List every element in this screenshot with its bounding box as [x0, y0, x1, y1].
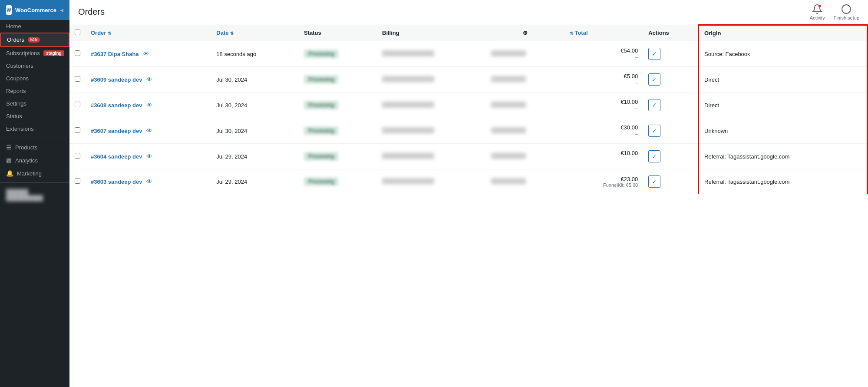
row-checkbox[interactable]	[75, 178, 80, 184]
billing-blur	[382, 178, 434, 184]
order-date-cell: Jul 30, 2024	[211, 118, 299, 144]
action-check-button[interactable]: ✓	[648, 73, 660, 86]
total-cell: €5.00 –	[564, 67, 643, 93]
products-label: Products	[15, 144, 37, 151]
total-dash: –	[635, 54, 638, 60]
eye-icon: 👁	[146, 127, 152, 134]
action-check-button[interactable]: ✓	[648, 99, 660, 111]
activity-label: Activity	[810, 15, 825, 20]
subscriptions-label: Subscriptions	[6, 50, 40, 56]
row-checkbox[interactable]	[75, 153, 80, 159]
sidebar-item-marketing[interactable]: 🔔 Marketing	[0, 167, 69, 180]
funnelkit-amount: FunnelKit: €5.00	[570, 182, 638, 188]
row-checkbox[interactable]	[75, 102, 80, 107]
total-amount: €54.00	[570, 47, 638, 54]
activity-icon	[812, 4, 822, 14]
action-check-button[interactable]: ✓	[648, 125, 660, 137]
table-row: #3604 sandeep dev 👁 Jul 29, 2024 Process…	[69, 144, 868, 169]
main-content: Orders Activity Finish set	[69, 0, 868, 387]
row-checkbox[interactable]	[75, 50, 80, 56]
sidebar-item-customers[interactable]: Customers	[0, 60, 69, 72]
order-date-cell: 18 seconds ago	[211, 41, 299, 67]
order-link[interactable]: #3608 sandeep dev	[91, 102, 142, 109]
total-amount: €10.00	[570, 99, 638, 105]
total-amount: €30.00	[570, 124, 638, 131]
total-dash: –	[635, 156, 638, 163]
order-sort-icon: ⇅	[108, 31, 111, 36]
total-cell: €54.00 –	[564, 41, 643, 67]
order-id-cell: #3607 sandeep dev 👁	[86, 118, 211, 144]
status-badge: Processing	[304, 177, 338, 186]
orders-badge: 515	[28, 37, 40, 43]
sidebar-blurred-bottom: ████████████████	[0, 185, 69, 205]
billing-blur	[382, 102, 434, 108]
extra-cell	[486, 118, 564, 144]
finish-setup-label: Finish setup	[834, 15, 859, 20]
total-col-header[interactable]: ⇅ Total	[564, 25, 643, 41]
row-checkbox-cell	[69, 118, 86, 144]
extra-cell	[486, 67, 564, 93]
billing-cell	[377, 93, 486, 118]
order-date-cell: Jul 29, 2024	[211, 169, 299, 194]
order-status-cell: Processing	[299, 67, 377, 93]
action-check-button[interactable]: ✓	[648, 150, 660, 162]
extra-blur	[491, 76, 526, 82]
sidebar-item-settings[interactable]: Settings	[0, 97, 69, 110]
action-cell: ✓	[643, 93, 698, 118]
origin-cell: Referral: Tagassistant.google.com	[699, 144, 868, 169]
sidebar-item-reports[interactable]: Reports	[0, 85, 69, 97]
sidebar-item-extensions[interactable]: Extensions	[0, 122, 69, 135]
sidebar-item-products[interactable]: ☰ Products	[0, 141, 69, 154]
finish-setup-button[interactable]: Finish setup	[834, 4, 859, 20]
eye-icon: 👁	[146, 178, 152, 185]
order-date-cell: Jul 29, 2024	[211, 144, 299, 169]
order-id-cell: #3609 sandeep dev 👁	[86, 67, 211, 93]
row-checkbox[interactable]	[75, 127, 80, 133]
table-row: #3637 Dipa Shaha 👁 18 seconds ago Proces…	[69, 41, 868, 67]
action-check-button[interactable]: ✓	[648, 48, 660, 60]
home-label: Home	[6, 23, 21, 30]
order-date-cell: Jul 30, 2024	[211, 67, 299, 93]
order-id-cell: #3604 sandeep dev 👁	[86, 144, 211, 169]
finish-setup-icon	[841, 4, 851, 14]
row-checkbox[interactable]	[75, 76, 80, 82]
order-link[interactable]: #3604 sandeep dev	[91, 153, 142, 160]
row-checkbox-cell	[69, 144, 86, 169]
sidebar-item-analytics[interactable]: ▩ Analytics	[0, 154, 69, 167]
order-link[interactable]: #3603 sandeep dev	[91, 179, 142, 185]
orders-table: Order ⇅ Date ⇅ Status Billing ⊕ ⇅ Total …	[69, 24, 868, 194]
action-cell: ✓	[643, 118, 698, 144]
billing-blur	[382, 76, 434, 82]
billing-blur	[382, 127, 434, 133]
order-id-cell: #3637 Dipa Shaha 👁	[86, 41, 211, 67]
extra-blur	[491, 153, 526, 159]
date-col-header[interactable]: Date ⇅	[211, 25, 299, 41]
order-link[interactable]: #3609 sandeep dev	[91, 76, 142, 83]
status-label: Status	[6, 113, 22, 119]
total-amount: €10.00	[570, 150, 638, 156]
extra-cell	[486, 169, 564, 194]
page-title: Orders	[78, 7, 105, 17]
svg-point-1	[842, 5, 851, 13]
billing-col-header: Billing	[377, 25, 486, 41]
orders-content: Order ⇅ Date ⇅ Status Billing ⊕ ⇅ Total …	[69, 24, 868, 387]
row-checkbox-cell	[69, 67, 86, 93]
order-date-cell: Jul 30, 2024	[211, 93, 299, 118]
sidebar-item-coupons[interactable]: Coupons	[0, 72, 69, 85]
woocommerce-logo[interactable]: W WooCommerce ◀	[0, 0, 69, 20]
activity-button[interactable]: Activity	[810, 4, 825, 20]
eye-icon: 👁	[146, 153, 152, 160]
action-check-button[interactable]: ✓	[648, 175, 660, 188]
status-badge: Processing	[304, 101, 338, 109]
orders-label: Orders	[7, 36, 24, 43]
sidebar-item-status[interactable]: Status	[0, 110, 69, 122]
table-row: #3603 sandeep dev 👁 Jul 29, 2024 Process…	[69, 169, 868, 194]
sidebar-item-orders[interactable]: Orders 515	[0, 33, 69, 47]
sidebar-item-home[interactable]: Home	[0, 20, 69, 33]
sidebar-item-subscriptions[interactable]: Subscriptions staging	[0, 47, 69, 60]
order-link[interactable]: #3637 Dipa Shaha	[91, 51, 139, 57]
order-col-header[interactable]: Order ⇅	[86, 25, 211, 41]
order-link[interactable]: #3607 sandeep dev	[91, 128, 142, 134]
status-col-header: Status	[299, 25, 377, 41]
select-all-checkbox[interactable]	[75, 30, 80, 35]
